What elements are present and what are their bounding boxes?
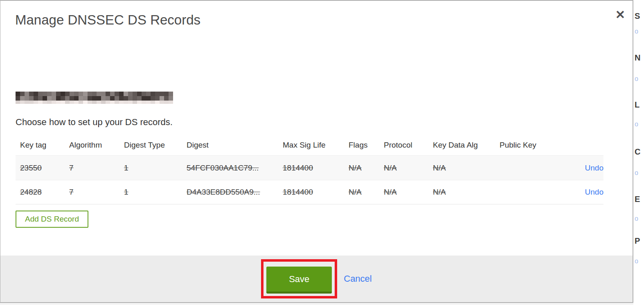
cell-flags: N/A bbox=[344, 188, 379, 197]
background-page-fragment: E bbox=[635, 195, 640, 204]
manage-dnssec-dialog: Manage DNSSEC DS Records ✕ Choose how to… bbox=[0, 0, 633, 303]
cell-key-tag: 24828 bbox=[16, 188, 65, 197]
background-page-fragment: C bbox=[635, 147, 640, 157]
column-header-max-sig-life: Max Sig Life bbox=[278, 141, 344, 150]
cell-digest-type: 1 bbox=[119, 188, 182, 197]
add-ds-record-button[interactable]: Add DS Record bbox=[16, 211, 88, 228]
table-row: 24828 7 1 D4A33E8DD550A9... 1814400 N/A … bbox=[16, 180, 603, 204]
cell-max-sig-life: 1814400 bbox=[278, 188, 344, 197]
cell-algorithm: 7 bbox=[65, 188, 119, 197]
dialog-footer: Save Cancel bbox=[0, 256, 633, 302]
cell-protocol: N/A bbox=[379, 188, 428, 197]
table-row: 23550 7 1 54FCF030AA1C79... 1814400 N/A … bbox=[16, 155, 603, 180]
background-page-fragment: N bbox=[635, 53, 640, 63]
column-header-flags: Flags bbox=[344, 141, 379, 150]
background-page-fragment: o bbox=[635, 75, 638, 83]
cell-key-data-alg: N/A bbox=[428, 188, 495, 197]
background-page-fragment: o bbox=[635, 258, 638, 265]
close-icon[interactable]: ✕ bbox=[615, 9, 625, 21]
save-button[interactable]: Save bbox=[266, 267, 332, 294]
table-header-row: Key tag Algorithm Digest Type Digest Max… bbox=[16, 135, 603, 155]
background-page-fragment: S bbox=[635, 11, 640, 21]
instruction-text: Choose how to set up your DS records. bbox=[16, 117, 173, 128]
column-header-algorithm: Algorithm bbox=[65, 141, 119, 150]
background-page-fragment: o bbox=[635, 169, 638, 177]
cell-actions: Undo bbox=[585, 188, 603, 197]
cell-protocol: N/A bbox=[379, 164, 428, 173]
cell-max-sig-life: 1814400 bbox=[278, 164, 344, 173]
redacted-domain-name bbox=[16, 92, 173, 104]
column-header-key-data-alg: Key Data Alg bbox=[428, 141, 495, 150]
background-page-fragment: o bbox=[635, 28, 638, 35]
ds-records-table: Key tag Algorithm Digest Type Digest Max… bbox=[16, 135, 603, 204]
cell-digest: D4A33E8DD550A9... bbox=[182, 188, 278, 197]
cell-digest: 54FCF030AA1C79... bbox=[182, 164, 278, 173]
cell-flags: N/A bbox=[344, 164, 379, 173]
background-page-bottom-strip bbox=[0, 303, 633, 305]
save-highlight-annotation: Save bbox=[261, 259, 337, 298]
cancel-link[interactable]: Cancel bbox=[344, 274, 372, 284]
column-header-public-key: Public Key bbox=[495, 141, 569, 150]
cell-actions: Undo bbox=[585, 164, 603, 173]
cell-key-data-alg: N/A bbox=[428, 164, 495, 173]
background-page-fragment: o bbox=[635, 121, 638, 128]
column-header-digest: Digest bbox=[182, 141, 278, 150]
undo-link[interactable]: Undo bbox=[585, 188, 603, 196]
background-page-edge: SoNoLoCoEoPo bbox=[633, 0, 644, 305]
column-header-digest-type: Digest Type bbox=[119, 141, 182, 150]
background-page-fragment: o bbox=[635, 215, 638, 222]
cell-key-tag: 23550 bbox=[16, 164, 65, 173]
cell-algorithm: 7 bbox=[65, 164, 119, 173]
dialog-title: Manage DNSSEC DS Records bbox=[15, 12, 200, 28]
cell-digest-type: 1 bbox=[119, 164, 182, 173]
undo-link[interactable]: Undo bbox=[585, 164, 603, 172]
background-page-fragment: L bbox=[635, 100, 639, 110]
column-header-protocol: Protocol bbox=[379, 141, 428, 150]
background-page-fragment: P bbox=[635, 236, 640, 246]
column-header-key-tag: Key tag bbox=[16, 141, 65, 150]
